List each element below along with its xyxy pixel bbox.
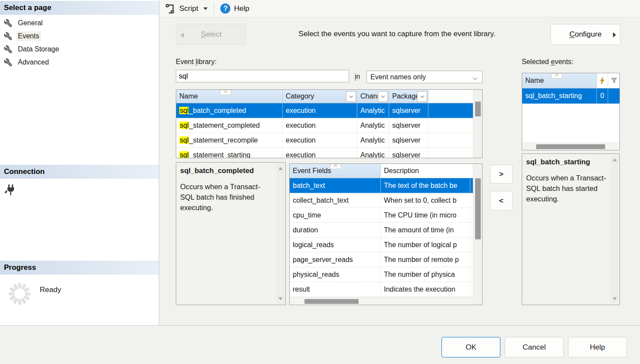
column-header-actions[interactable] (597, 73, 608, 88)
ok-button[interactable]: OK (441, 337, 500, 357)
select-a-page-header: Select a page (0, 1, 159, 15)
help-icon: ? (220, 3, 230, 14)
sidebar: Select a page General Events Data Storag… (0, 0, 159, 326)
funnel-icon (611, 78, 617, 84)
column-header-event-fields[interactable]: Event Fields (290, 164, 381, 178)
sidebar-item-label: Data Storage (16, 44, 61, 54)
help-button[interactable]: ? Help (217, 2, 253, 16)
events-vscrollbar[interactable] (473, 90, 482, 158)
sidebar-item-label: Events (16, 31, 41, 41)
select-nav-label: Select (201, 30, 221, 39)
field-row[interactable]: page_server_reads The number of remote p (290, 252, 482, 267)
scope-selected-value: Event names only (370, 73, 426, 81)
filter-dropdown-button[interactable] (346, 91, 356, 102)
pane-scrollbar[interactable] (276, 163, 285, 304)
add-event-button[interactable]: > (490, 165, 513, 184)
search-match-highlight: sql (179, 136, 189, 144)
search-match-highlight: sql (179, 151, 189, 158)
event-row[interactable]: sql_statement_recompile execution Analyt… (176, 133, 482, 148)
column-header-channel[interactable]: Channel (357, 90, 389, 103)
filter-dropdown-button[interactable] (417, 91, 427, 102)
selected-event-detail-pane: sql_batch_starting Occurs when a Transac… (522, 153, 620, 305)
connection-header: Connection (0, 165, 159, 179)
field-row[interactable]: cpu_time The CPU time (in micro (290, 208, 482, 223)
fields-vscrollbar[interactable] (473, 164, 482, 305)
event-row[interactable]: sql_statement_completed execution Analyt… (176, 118, 482, 133)
fields-hscrollbar[interactable] (290, 297, 473, 305)
pane-scrollbar[interactable] (610, 154, 619, 304)
sidebar-item-data-storage[interactable]: Data Storage (3, 43, 61, 56)
chevron-down-icon (472, 75, 477, 80)
field-row[interactable]: logical_reads The number of logical p (290, 238, 482, 252)
sidebar-item-advanced[interactable]: Advanced (3, 56, 51, 69)
selected-events-hscrollbar[interactable] (522, 143, 619, 150)
sort-ascending-icon (330, 164, 341, 169)
scroll-up-icon[interactable] (278, 167, 283, 170)
script-button[interactable]: Script (161, 2, 211, 16)
instruction-text: Select the events you want to capture fr… (262, 30, 532, 38)
select-nav-button[interactable]: Select (176, 24, 246, 45)
script-label: Script (179, 4, 198, 13)
column-header-package[interactable]: Package (389, 90, 428, 103)
event-detail-pane: sql_batch_completed Occurs when a Transa… (176, 162, 286, 305)
scroll-down-icon[interactable] (613, 297, 617, 300)
event-row[interactable]: sql_batch_completed execution Analytic s… (176, 103, 482, 118)
selected-events-label: Selected events: (522, 58, 573, 66)
connect-icon (4, 184, 17, 197)
event-detail-description: Occurs when a Transact-SQL batch has fin… (180, 182, 273, 213)
scrollbar-thumb[interactable] (536, 144, 605, 149)
scrollbar-thumb[interactable] (475, 178, 481, 239)
scroll-up-icon[interactable] (613, 158, 617, 161)
sort-ascending-icon (220, 90, 231, 95)
selected-events-table: Name sql_batch_starting 0 (522, 73, 620, 150)
event-detail-title: sql_batch_completed (180, 167, 273, 175)
help-label: Help (234, 4, 249, 13)
toolbar: Script ? Help (160, 0, 640, 17)
sort-ascending-icon (551, 73, 562, 78)
search-scope-select[interactable]: Event names only (366, 71, 483, 83)
configure-nav-button[interactable]: Configure (551, 24, 620, 45)
configure-nav-label: Configure (569, 30, 602, 39)
forward-arrow-icon (613, 32, 616, 37)
progress-status: Ready (40, 286, 61, 294)
in-label: in (355, 73, 360, 81)
scrollbar-thumb[interactable] (475, 102, 481, 116)
event-library-table: Name Category Channel Package sql_batch_… (176, 89, 483, 158)
cancel-button[interactable]: Cancel (505, 337, 564, 357)
column-header-description[interactable]: Description (381, 164, 482, 178)
field-row[interactable]: collect_batch_text When set to 0, collec… (290, 193, 482, 208)
field-row[interactable]: physical_reads The number of physica (290, 267, 482, 282)
scroll-down-icon[interactable] (278, 297, 283, 300)
progress-header: Progress (0, 261, 159, 275)
column-header-category[interactable]: Category (283, 90, 357, 103)
event-fields-table: Event Fields Description batch_text The … (289, 163, 483, 305)
column-header-name[interactable]: Name (522, 73, 597, 88)
selected-event-row[interactable]: sql_batch_starting 0 (522, 88, 619, 104)
search-match-highlight: sql (179, 107, 189, 114)
help-button-footer[interactable]: Help (568, 337, 627, 357)
event-detail-title: sql_batch_starting (526, 158, 607, 166)
remove-event-button[interactable]: < (490, 191, 513, 211)
column-header-name[interactable]: Name (176, 90, 283, 103)
sidebar-item-label: General (16, 18, 44, 28)
connection-title: Connection (4, 167, 45, 176)
column-header-filter[interactable] (608, 73, 619, 88)
sidebar-item-events[interactable]: Events (3, 30, 41, 43)
filter-dropdown-button[interactable] (378, 91, 388, 102)
event-detail-description: Occurs when a Transact-SQL batch has sta… (526, 173, 607, 204)
field-row[interactable]: duration The amount of time (in (290, 223, 482, 238)
field-row[interactable]: result Indicates the execution (290, 282, 482, 297)
sidebar-item-general[interactable]: General (3, 17, 44, 30)
back-arrow-icon (181, 33, 184, 38)
chevron-down-icon (203, 7, 208, 10)
event-row[interactable]: sql_statement_starting execution Analyti… (176, 148, 482, 158)
toolbar-separator (214, 3, 214, 14)
search-match-highlight: sql (179, 122, 189, 129)
field-row[interactable]: batch_text The text of the batch be (290, 178, 482, 193)
wrench-icon (3, 18, 13, 28)
progress-spinner-icon (7, 281, 32, 306)
event-library-search-input[interactable] (176, 70, 349, 82)
lightning-icon (599, 77, 605, 84)
scrollbar-thumb[interactable] (305, 299, 359, 304)
wrench-icon (3, 31, 13, 41)
